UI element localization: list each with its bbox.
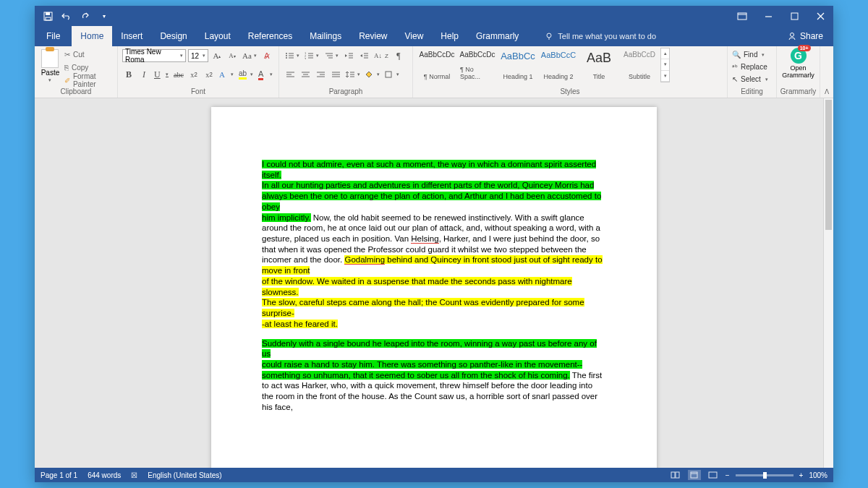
strikethrough-button[interactable]: abc xyxy=(172,68,185,81)
tab-grammarly[interactable]: Grammarly xyxy=(467,26,527,46)
text-highlighted-green[interactable]: In all our hunting parties and adventure… xyxy=(262,181,594,189)
increase-indent-button[interactable] xyxy=(357,49,370,62)
font-color-button[interactable]: A▾ xyxy=(257,68,274,81)
text-highlighted-green[interactable]: I could not but admire, even at such a m… xyxy=(262,160,596,179)
style-gallery-more[interactable]: ▾ xyxy=(661,71,669,82)
maximize-button[interactable] xyxy=(781,6,807,26)
text-highlighted-yellow[interactable]: -at least he feared it. xyxy=(262,320,338,328)
tab-view[interactable]: View xyxy=(396,26,433,46)
tab-file[interactable]: File xyxy=(35,26,72,46)
clear-formatting-button[interactable]: A̷ xyxy=(260,49,273,62)
tab-home[interactable]: Home xyxy=(72,26,112,46)
text-highlighted-yellow[interactable]: The slow, careful steps came along the h… xyxy=(262,298,584,317)
style-normal[interactable]: AaBbCcDc¶ Normal xyxy=(417,48,456,82)
redo-icon[interactable] xyxy=(80,10,91,22)
spellcheck-word[interactable]: Helsing xyxy=(411,234,438,244)
replace-button[interactable]: ᵃᵇReplace xyxy=(732,61,768,72)
print-layout-button[interactable] xyxy=(688,470,701,480)
justify-button[interactable] xyxy=(329,68,342,81)
underline-button[interactable]: U▾ xyxy=(153,68,170,81)
text-highlighted-yellow[interactable]: of the window. We waited in a suspense t… xyxy=(262,277,572,296)
svg-rect-53 xyxy=(709,472,717,478)
italic-button[interactable]: I xyxy=(137,68,150,81)
text-effects-button[interactable]: A▾ xyxy=(218,68,235,81)
bold-button[interactable]: B xyxy=(122,68,135,81)
style-heading2[interactable]: AaBbCcCHeading 2 xyxy=(539,48,578,82)
tab-design[interactable]: Design xyxy=(151,26,195,46)
grammarly-icon[interactable]: G10+ xyxy=(791,48,807,64)
text-highlighted-green[interactable]: Suddenly with a single bound he leaped i… xyxy=(262,339,597,359)
svg-point-12 xyxy=(286,53,287,54)
text-highlighted-green[interactable]: could raise a hand to stay him. There wa… xyxy=(262,360,582,369)
borders-button[interactable]: ▾ xyxy=(383,68,401,81)
zoom-in-button[interactable]: + xyxy=(799,471,804,479)
zoom-slider[interactable] xyxy=(736,474,793,476)
read-mode-button[interactable] xyxy=(669,470,682,480)
format-painter-button[interactable]: ✐Format Painter xyxy=(64,74,113,86)
ribbon-display-icon[interactable] xyxy=(729,6,755,26)
line-spacing-button[interactable]: ▾ xyxy=(344,68,362,81)
web-layout-button[interactable] xyxy=(707,470,720,480)
show-marks-button[interactable]: ¶ xyxy=(392,49,405,62)
paste-button[interactable]: Paste ▾ xyxy=(39,48,61,83)
style-subtitle[interactable]: AaBbCcDSubtitle xyxy=(620,48,659,82)
close-button[interactable] xyxy=(807,6,833,26)
spellcheck-word[interactable]: Godalming xyxy=(344,255,385,265)
tab-layout[interactable]: Layout xyxy=(196,26,239,46)
page[interactable]: I could not but admire, even at such a m… xyxy=(211,107,657,468)
style-gallery-scroll: ▴ ▾ ▾ xyxy=(660,48,670,82)
style-scroll-up[interactable]: ▴ xyxy=(661,48,669,59)
text-highlighted-green[interactable]: him implicitly. xyxy=(262,213,311,222)
zoom-level[interactable]: 100% xyxy=(809,471,827,479)
document-content[interactable]: I could not but admire, even at such a m… xyxy=(262,159,606,413)
sort-button[interactable]: A↓Z xyxy=(373,49,390,62)
cut-button[interactable]: ✂Cut xyxy=(64,48,113,60)
share-button[interactable]: Share xyxy=(778,31,833,41)
tab-help[interactable]: Help xyxy=(432,26,467,46)
vertical-scrollbar[interactable] xyxy=(823,98,833,468)
text-highlighted-green[interactable]: something so unhuman, that it seemed to … xyxy=(262,371,570,380)
copy-button[interactable]: ⎘Copy xyxy=(64,61,113,73)
save-icon[interactable] xyxy=(42,10,54,22)
style-heading1[interactable]: AaBbCcHeading 1 xyxy=(498,48,537,82)
qat-customize-icon[interactable]: ▾ xyxy=(98,10,110,22)
cut-label: Cut xyxy=(73,51,85,59)
bullets-button[interactable]: ▾ xyxy=(284,49,301,62)
tab-references[interactable]: References xyxy=(239,26,301,46)
collapse-ribbon-button[interactable]: ᐱ xyxy=(820,46,833,98)
status-page[interactable]: Page 1 of 1 xyxy=(41,471,77,479)
grammarly-button-label[interactable]: Open Grammarly xyxy=(781,65,815,80)
multilevel-list-button[interactable]: ▾ xyxy=(323,49,340,62)
shrink-font-button[interactable]: A▾ xyxy=(226,49,239,62)
style-title[interactable]: AaBTitle xyxy=(579,48,618,82)
tab-review[interactable]: Review xyxy=(350,26,396,46)
undo-icon[interactable] xyxy=(61,10,72,22)
text-highlighted-green[interactable]: always been the one to arrange the plan … xyxy=(262,192,601,211)
tab-insert[interactable]: Insert xyxy=(112,26,151,46)
grow-font-button[interactable]: A▴ xyxy=(210,49,224,62)
subscript-button[interactable]: x2 xyxy=(187,68,200,81)
shading-button[interactable]: ▾ xyxy=(364,68,381,81)
status-words[interactable]: 644 words xyxy=(88,471,121,479)
superscript-button[interactable]: x2 xyxy=(203,68,216,81)
font-name-selector[interactable]: Times New Roma▾ xyxy=(122,49,186,62)
scrollbar-thumb[interactable] xyxy=(825,100,832,230)
proofing-icon[interactable]: ☒ xyxy=(131,471,137,479)
change-case-button[interactable]: Aa▾ xyxy=(241,49,258,62)
select-button[interactable]: ↖Select▾ xyxy=(732,74,768,85)
tell-me-search[interactable]: Tell me what you want to do xyxy=(545,32,656,40)
find-button[interactable]: 🔍Find▾ xyxy=(732,49,768,60)
decrease-indent-button[interactable] xyxy=(342,49,355,62)
style-no-spacing[interactable]: AaBbCcDc¶ No Spac... xyxy=(458,48,497,82)
tab-mailings[interactable]: Mailings xyxy=(301,26,350,46)
font-size-selector[interactable]: 12▾ xyxy=(188,49,208,62)
align-left-button[interactable] xyxy=(284,68,297,81)
highlight-button[interactable]: ab▾ xyxy=(237,68,255,81)
zoom-out-button[interactable]: − xyxy=(726,471,730,479)
minimize-button[interactable] xyxy=(755,6,781,26)
numbering-button[interactable]: 123▾ xyxy=(303,49,320,62)
status-language[interactable]: English (United States) xyxy=(148,471,221,479)
align-center-button[interactable] xyxy=(299,68,312,81)
style-scroll-down[interactable]: ▾ xyxy=(661,59,669,70)
align-right-button[interactable] xyxy=(314,68,327,81)
